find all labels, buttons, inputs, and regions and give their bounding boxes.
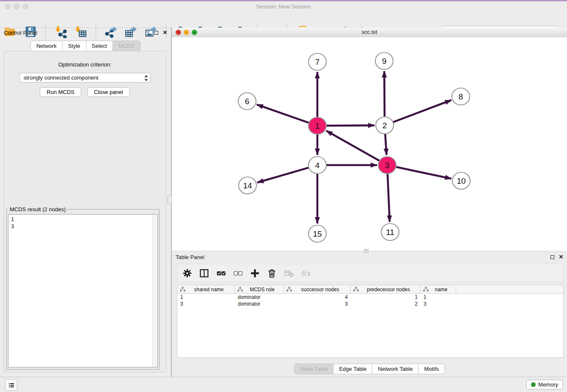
tab-motifs[interactable]: Motifs <box>418 364 445 374</box>
criterion-dropdown[interactable]: strongly connected component <box>19 73 151 83</box>
node-label-6: 6 <box>245 97 250 106</box>
table-cell[interactable]: 1 <box>177 294 235 301</box>
mcds-result-line: 3 <box>11 223 157 230</box>
table-cell[interactable]: 3 <box>421 301 456 307</box>
edge-2-9[interactable] <box>384 71 385 116</box>
table-cell[interactable]: dominator <box>235 294 284 301</box>
task-list-icon <box>8 382 15 389</box>
float-panel-icon[interactable] <box>154 31 158 35</box>
table-row[interactable]: 3dominator323 <box>177 301 563 307</box>
table-settings-button[interactable] <box>182 268 193 279</box>
mcds-result-groupbox: MCDS result (2 nodes) 13 <box>6 209 160 370</box>
tab-edge-table[interactable]: Edge Table <box>333 364 372 374</box>
node-label-7: 7 <box>315 58 320 66</box>
node-label-15: 15 <box>313 229 322 238</box>
function-builder-button <box>300 268 311 279</box>
status-bar: Memory <box>0 377 567 392</box>
node-table: shared nameMCDS rolesuccessor nodesprede… <box>177 285 564 358</box>
node-label-3: 3 <box>385 161 390 170</box>
edge-2-8[interactable] <box>393 100 451 122</box>
edge-2-3[interactable] <box>385 134 386 155</box>
tab-network[interactable]: Network <box>30 41 63 51</box>
window-controls <box>5 4 28 9</box>
hierarchy-icon <box>286 287 292 292</box>
control-panel: Control Panel × NetworkStyleSelectMCDS O… <box>0 28 171 377</box>
network-minimize-button[interactable]: − <box>184 30 189 35</box>
node-label-4: 4 <box>315 161 320 170</box>
edge-3-11[interactable] <box>388 174 390 222</box>
function-builder-icon <box>300 268 311 279</box>
node-table-header-row: shared nameMCDS rolesuccessor nodesprede… <box>177 285 563 294</box>
node-label-1: 1 <box>315 121 320 130</box>
table-cell[interactable]: 1 <box>351 294 421 301</box>
app-window: Session: New Session Control Panel × Net… <box>0 0 567 392</box>
close-window-button[interactable] <box>5 4 11 9</box>
table-panel-tabs: Node TableEdge TableNetwork TableMotifs <box>172 364 567 374</box>
delete-table-icon <box>284 268 294 279</box>
memory-button[interactable]: Memory <box>526 380 563 389</box>
column-header-MCDS-role[interactable]: MCDS role <box>235 285 284 293</box>
main-toolbar <box>0 12 567 28</box>
minimize-window-button[interactable] <box>14 4 19 9</box>
toggle-columns-icon <box>199 268 209 279</box>
network-canvas[interactable]: 7968124314101511 <box>172 37 567 251</box>
table-cell[interactable]: 4 <box>284 294 351 301</box>
column-header-shared-name[interactable]: shared name <box>177 285 235 293</box>
table-cell[interactable]: 3 <box>177 301 235 307</box>
node-label-8: 8 <box>459 92 463 101</box>
node-label-10: 10 <box>457 177 465 185</box>
hierarchy-icon <box>423 287 429 292</box>
node-label-11: 11 <box>386 228 394 237</box>
result-scrollbar[interactable] <box>152 215 157 367</box>
node-label-14: 14 <box>243 181 252 190</box>
column-header-successor-nodes[interactable]: successor nodes <box>284 285 351 293</box>
table-cell[interactable]: dominator <box>235 301 284 307</box>
network-window-title: scc.txt <box>172 28 567 37</box>
edge-4-14[interactable] <box>257 168 309 182</box>
edge-1-6[interactable] <box>257 105 309 123</box>
network-close-button[interactable]: × <box>176 30 181 35</box>
table-toolbar <box>177 264 564 282</box>
control-panel-header: Control Panel × <box>0 28 171 39</box>
table-cell[interactable]: 3 <box>284 301 351 307</box>
close-panel-button[interactable]: Close panel <box>87 87 130 97</box>
column-header-name[interactable]: name <box>421 285 456 293</box>
zoom-window-button[interactable] <box>23 4 28 9</box>
run-mcds-button[interactable]: Run MCDS <box>40 87 81 97</box>
select-all-columns-icon <box>216 268 226 279</box>
tab-mcds[interactable]: MCDS <box>113 41 140 51</box>
add-column-icon <box>250 268 260 279</box>
hierarchy-icon <box>237 287 243 292</box>
network-graph: 7968124314101511 <box>172 37 567 251</box>
task-history-button[interactable] <box>5 379 17 391</box>
tab-node-table[interactable]: Node Table <box>294 364 334 374</box>
add-column-button[interactable] <box>250 268 260 279</box>
close-table-panel-icon[interactable]: × <box>559 254 563 259</box>
column-header-predecessor-nodes[interactable]: predecessor nodes <box>351 285 421 293</box>
window-title: Session: New Session <box>0 1 567 12</box>
table-panel: Table Panel × shared nameMCDS rolesucces… <box>172 252 567 377</box>
hierarchy-icon <box>180 287 185 292</box>
tab-network-table[interactable]: Network Table <box>372 364 418 374</box>
deselect-all-columns-button[interactable] <box>233 268 243 279</box>
table-row[interactable]: 1dominator411 <box>177 294 563 301</box>
network-maximize-button[interactable]: + <box>192 30 197 35</box>
edge-3-1[interactable] <box>326 131 380 161</box>
node-label-9: 9 <box>382 57 387 66</box>
optimization-criterion-label: Optimization criterion: <box>4 61 166 68</box>
edge-3-10[interactable] <box>396 167 451 179</box>
tab-style[interactable]: Style <box>63 41 86 51</box>
edge-1-2[interactable] <box>326 125 374 126</box>
close-panel-icon[interactable]: × <box>163 30 167 35</box>
table-cell[interactable]: 2 <box>351 301 421 307</box>
delete-column-button[interactable] <box>267 268 277 279</box>
tab-select[interactable]: Select <box>86 41 113 51</box>
toggle-columns-button[interactable] <box>199 268 209 279</box>
criterion-value: strongly connected component <box>24 75 99 81</box>
table-cell[interactable]: 1 <box>421 294 456 301</box>
float-table-panel-icon[interactable] <box>550 255 554 259</box>
vertical-split-handle[interactable] <box>167 195 172 204</box>
mcds-result-line: 1 <box>11 215 157 223</box>
mcds-result-list[interactable]: 13 <box>8 214 158 367</box>
select-all-columns-button[interactable] <box>216 268 226 279</box>
